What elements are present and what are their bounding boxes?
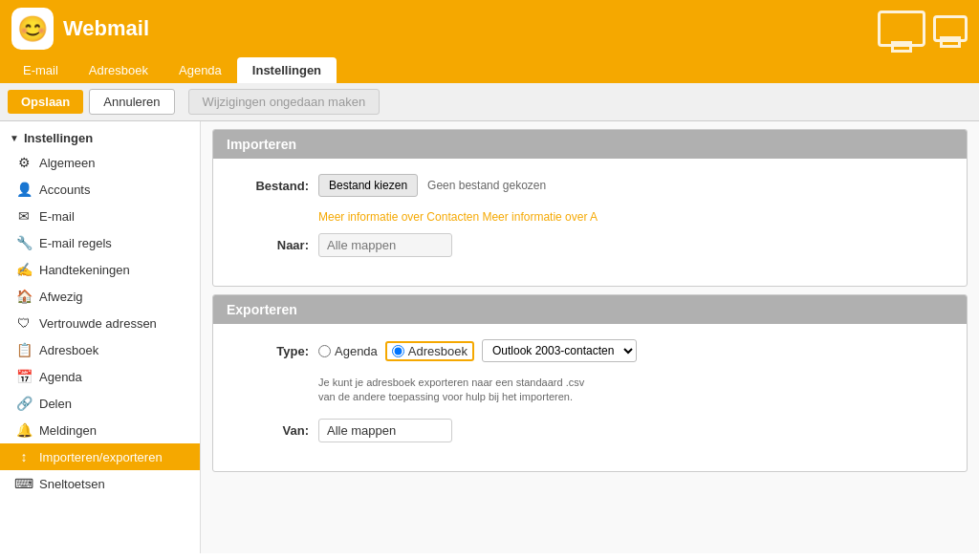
sidebar-label-adresboek: Adresboek <box>39 343 98 357</box>
app-title: Webmail <box>63 16 149 41</box>
tab-email[interactable]: E-mail <box>8 57 74 83</box>
naar-input[interactable] <box>318 233 452 257</box>
van-row: Van: <box>232 419 947 442</box>
sidebar-section-title: ▼ Instellingen <box>0 125 200 149</box>
sidebar-item-email-regels[interactable]: 🔧 E-mail regels <box>0 229 200 256</box>
file-label: Bestand: <box>232 179 309 193</box>
sidebar-label-email-regels: E-mail regels <box>39 236 112 250</box>
export-section-header: Exporteren <box>213 295 967 324</box>
export-section: Exporteren Type: Agenda Adresboek <box>212 294 968 472</box>
content-area: Importeren Bestand: Bestand kiezen Geen … <box>201 121 979 553</box>
sidebar-label-afwezig: Afwezig <box>39 290 83 304</box>
shield-icon: 🛡 <box>15 314 33 332</box>
import-section-header: Importeren <box>213 130 967 159</box>
sidebar-item-importeren-exporteren[interactable]: ↕ Importeren/exporteren <box>0 443 200 470</box>
van-input[interactable] <box>318 419 452 442</box>
away-icon: 🏠 <box>15 288 33 305</box>
sidebar-label-handtekeningen: Handtekeningen <box>39 263 130 277</box>
cancel-button[interactable]: Annuleren <box>89 89 174 115</box>
share-icon: 🔗 <box>15 395 33 412</box>
adresboek-icon: 📋 <box>15 341 33 358</box>
radio-adresboek-text: Adresboek <box>408 344 468 358</box>
sidebar: ▼ Instellingen ⚙ Algemeen 👤 Accounts ✉ E… <box>0 121 201 553</box>
more-info-link[interactable]: Meer informatie over Contacten Meer info… <box>318 210 947 224</box>
naar-label: Naar: <box>232 238 309 252</box>
sidebar-item-sneltoetsen[interactable]: ⌨ Sneltoetsen <box>0 470 200 497</box>
main-layout: ▼ Instellingen ⚙ Algemeen 👤 Accounts ✉ E… <box>0 121 979 553</box>
sidebar-item-delen[interactable]: 🔗 Delen <box>0 390 200 417</box>
undo-button[interactable]: Wijzigingen ongedaan maken <box>188 89 381 115</box>
import-section-body: Bestand: Bestand kiezen Geen bestand gek… <box>213 159 967 286</box>
choose-file-button[interactable]: Bestand kiezen <box>318 174 418 197</box>
export-note: Je kunt je adresboek exporteren naar een… <box>318 376 947 405</box>
sidebar-item-adresboek[interactable]: 📋 Adresboek <box>0 336 200 363</box>
logo-icon: 😊 <box>17 14 48 44</box>
sidebar-label-agenda: Agenda <box>39 370 82 384</box>
sidebar-item-accounts[interactable]: 👤 Accounts <box>0 176 200 203</box>
export-note-line2: van de andere toepassing voor hulp bij h… <box>318 391 573 402</box>
gear-icon: ⚙ <box>15 154 33 171</box>
nav-tabs: E-mail Adresboek Agenda Instellingen <box>0 57 979 83</box>
sidebar-label-delen: Delen <box>39 397 72 411</box>
van-label: Van: <box>232 423 309 438</box>
export-note-line1: Je kunt je adresboek exporteren naar een… <box>318 377 584 388</box>
export-section-body: Type: Agenda Adresboek Outlook 2003-cont… <box>213 324 967 471</box>
import-export-icon: ↕ <box>15 448 33 465</box>
logo-box: 😊 <box>11 8 54 50</box>
naar-row: Naar: <box>232 233 947 257</box>
import-section: Importeren Bestand: Bestand kiezen Geen … <box>212 129 968 287</box>
sidebar-item-agenda[interactable]: 📅 Agenda <box>0 363 200 390</box>
sidebar-item-afwezig[interactable]: 🏠 Afwezig <box>0 283 200 310</box>
sidebar-title-label: Instellingen <box>24 131 93 145</box>
calendar-icon: 📅 <box>15 368 33 385</box>
radio-agenda-text: Agenda <box>335 344 378 358</box>
sidebar-item-handtekeningen[interactable]: ✍ Handtekeningen <box>0 256 200 283</box>
sidebar-item-vertrouwde-adressen[interactable]: 🛡 Vertrouwde adressen <box>0 310 200 336</box>
bell-icon: 🔔 <box>15 421 33 439</box>
file-row: Bestand: Bestand kiezen Geen bestand gek… <box>232 174 947 197</box>
tab-adresboek[interactable]: Adresboek <box>74 57 163 83</box>
tab-instellingen[interactable]: Instellingen <box>237 57 337 83</box>
monitor-icon <box>878 11 925 47</box>
type-row: Type: Agenda Adresboek Outlook 2003-cont… <box>232 339 947 362</box>
save-button[interactable]: Opslaan <box>8 90 83 114</box>
sidebar-label-accounts: Accounts <box>39 183 90 197</box>
app-header: 😊 Webmail <box>0 0 979 57</box>
sidebar-arrow: ▼ <box>10 133 19 143</box>
sidebar-label-importeren-exporteren: Importeren/exporteren <box>39 450 163 464</box>
radio-agenda[interactable] <box>318 345 331 357</box>
tab-agenda[interactable]: Agenda <box>163 57 237 83</box>
sidebar-item-meldingen[interactable]: 🔔 Meldingen <box>0 417 200 443</box>
sidebar-item-algemeen[interactable]: ⚙ Algemeen <box>0 149 200 176</box>
sidebar-label-algemeen: Algemeen <box>39 156 96 170</box>
sidebar-label-email: E-mail <box>39 209 75 224</box>
radio-agenda-label[interactable]: Agenda <box>318 344 378 358</box>
header-icons <box>878 11 968 47</box>
sidebar-label-meldingen: Meldingen <box>39 423 97 438</box>
more-info-anchor[interactable]: Meer informatie over Contacten Meer info… <box>318 210 598 224</box>
email-icon: ✉ <box>15 207 33 225</box>
file-status: Geen bestand gekozen <box>427 179 546 192</box>
type-label: Type: <box>232 344 309 358</box>
accounts-icon: 👤 <box>15 181 33 198</box>
toolbar: Opslaan Annuleren Wijzigingen ongedaan m… <box>0 83 979 121</box>
monitor-icon-2 <box>933 15 968 42</box>
radio-group: Agenda Adresboek Outlook 2003-contacten … <box>318 339 637 362</box>
radio-adresboek-label[interactable]: Adresboek <box>385 341 474 361</box>
format-dropdown[interactable]: Outlook 2003-contacten vCard CSV <box>482 339 637 362</box>
sidebar-label-vertrouwde-adressen: Vertrouwde adressen <box>39 316 157 331</box>
keyboard-icon: ⌨ <box>15 475 33 492</box>
sidebar-label-sneltoetsen: Sneltoetsen <box>39 477 105 491</box>
sidebar-item-email[interactable]: ✉ E-mail <box>0 203 200 229</box>
radio-adresboek[interactable] <box>392 345 404 357</box>
rules-icon: 🔧 <box>15 234 33 251</box>
signature-icon: ✍ <box>15 261 33 278</box>
